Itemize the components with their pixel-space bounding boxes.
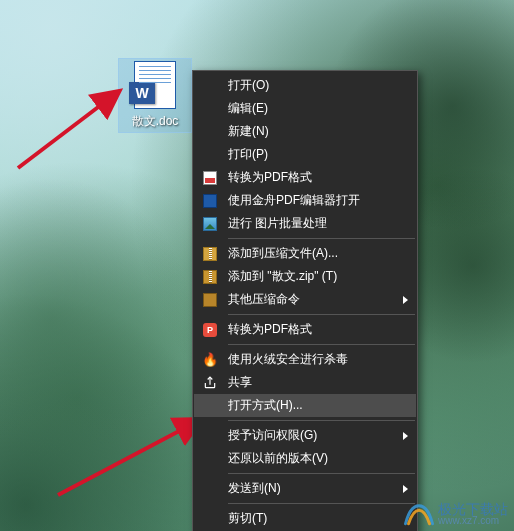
menu-convert-pdf[interactable]: 转换为PDF格式 [194,166,416,189]
menu-restore-previous[interactable]: 还原以前的版本(V) [194,447,416,470]
submenu-arrow-icon [403,432,408,440]
pdf-red-icon: P [202,322,218,338]
watermark-site-url: www.xz7.com [438,516,508,526]
menu-share[interactable]: 共享 [194,371,416,394]
compress-icon [202,292,218,308]
menu-label: 编辑(E) [228,100,268,117]
desktop-file[interactable]: W 散文.doc [118,58,192,133]
menu-label: 剪切(T) [228,510,267,527]
pdf-editor-icon [202,193,218,209]
menu-separator [228,420,415,421]
menu-huorong-scan[interactable]: 🔥 使用火绒安全进行杀毒 [194,348,416,371]
watermark-logo-icon [404,501,434,527]
word-w-badge: W [129,82,155,104]
menu-print[interactable]: 打印(P) [194,143,416,166]
menu-separator [228,344,415,345]
menu-new[interactable]: 新建(N) [194,120,416,143]
zip-icon [202,269,218,285]
share-icon [202,375,218,391]
menu-jinzhou-pdf[interactable]: 使用金舟PDF编辑器打开 [194,189,416,212]
flame-icon: 🔥 [202,352,218,368]
menu-label: 转换为PDF格式 [228,321,312,338]
menu-label: 还原以前的版本(V) [228,450,328,467]
menu-separator [228,238,415,239]
menu-open[interactable]: 打开(O) [194,74,416,97]
menu-add-zip[interactable]: 添加到 "散文.zip" (T) [194,265,416,288]
watermark: 极光下载站 www.xz7.com [404,501,508,527]
menu-send-to[interactable]: 发送到(N) [194,477,416,500]
menu-separator [228,473,415,474]
word-doc-icon: W [134,61,176,109]
watermark-site-name: 极光下载站 [438,502,508,516]
menu-label: 添加到 "散文.zip" (T) [228,268,337,285]
menu-label: 打开(O) [228,77,269,94]
archive-icon [202,246,218,262]
menu-open-with[interactable]: 打开方式(H)... [194,394,416,417]
submenu-arrow-icon [403,296,408,304]
menu-label: 进行 图片批量处理 [228,215,327,232]
menu-separator [228,503,415,504]
menu-separator [228,314,415,315]
menu-label: 转换为PDF格式 [228,169,312,186]
image-icon [202,216,218,232]
menu-batch-image[interactable]: 进行 图片批量处理 [194,212,416,235]
desktop-file-label: 散文.doc [132,113,179,130]
menu-label: 新建(N) [228,123,269,140]
menu-label: 其他压缩命令 [228,291,300,308]
menu-edit[interactable]: 编辑(E) [194,97,416,120]
menu-label: 使用金舟PDF编辑器打开 [228,192,360,209]
context-menu: 打开(O) 编辑(E) 新建(N) 打印(P) 转换为PDF格式 使用金舟PDF… [192,70,418,531]
menu-convert-pdf-2[interactable]: P 转换为PDF格式 [194,318,416,341]
menu-label: 授予访问权限(G) [228,427,317,444]
menu-label: 打开方式(H)... [228,397,303,414]
pdf-icon [202,170,218,186]
submenu-arrow-icon [403,485,408,493]
menu-add-archive[interactable]: 添加到压缩文件(A)... [194,242,416,265]
menu-label: 添加到压缩文件(A)... [228,245,338,262]
menu-cut[interactable]: 剪切(T) [194,507,416,530]
menu-label: 使用火绒安全进行杀毒 [228,351,348,368]
menu-other-compress[interactable]: 其他压缩命令 [194,288,416,311]
menu-label: 发送到(N) [228,480,281,497]
menu-label: 打印(P) [228,146,268,163]
menu-label: 共享 [228,374,252,391]
menu-grant-access[interactable]: 授予访问权限(G) [194,424,416,447]
